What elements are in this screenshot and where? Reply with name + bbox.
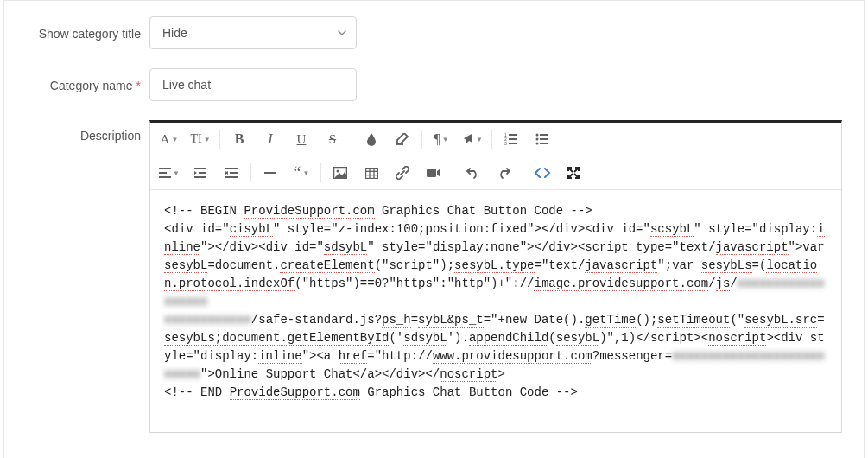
separator [250,163,251,182]
quote-button[interactable]: “▼ [286,158,317,188]
image-button[interactable] [325,158,356,188]
underline-button[interactable]: U [286,124,317,154]
category-name-input[interactable] [149,68,357,101]
label-show-category-title: Show category title [22,25,149,41]
separator [352,130,352,149]
svg-rect-17 [194,176,206,178]
bold-button[interactable]: B [224,124,255,154]
separator [453,163,453,182]
font-size-button[interactable]: TI▼ [185,124,216,154]
svg-rect-14 [159,176,171,178]
italic-button[interactable]: I [255,124,286,154]
svg-text:3: 3 [504,141,507,145]
fullscreen-button[interactable] [558,158,589,188]
clear-formatting-button[interactable] [387,124,418,154]
svg-rect-16 [199,172,206,174]
row-category-name: Category name* [22,68,846,101]
separator [491,130,492,149]
label-description: Description [22,120,149,143]
svg-rect-21 [264,172,276,174]
text-color-button[interactable] [356,124,387,154]
svg-point-8 [536,138,539,141]
strikethrough-button[interactable]: S [317,124,348,154]
rich-text-editor: A▼ TI▼ B I U S ¶▼ ▼ 123 ▼ [149,120,842,433]
svg-rect-9 [540,138,548,140]
svg-rect-7 [540,134,548,136]
separator [421,130,422,149]
video-button[interactable] [418,158,449,188]
svg-rect-13 [159,172,167,174]
editor-toolbar-row-1: A▼ TI▼ B I U S ¶▼ ▼ 123 [150,123,841,156]
redacted-text: xxxxxxxxxxxx [164,313,251,327]
svg-rect-29 [427,169,436,177]
editor-content-area[interactable]: <!-- BEGIN ProvideSupport.com Graphics C… [150,190,841,432]
indent-button[interactable] [216,158,247,188]
outdent-button[interactable] [185,158,216,188]
svg-rect-19 [230,172,238,174]
align-button[interactable]: ▼ [154,158,185,188]
separator [320,163,321,182]
separator [523,163,523,182]
table-button[interactable] [356,158,387,188]
editor-toolbar-row-2: ▼ “▼ [150,156,841,190]
svg-rect-5 [509,143,517,144]
svg-rect-12 [159,168,171,169]
svg-rect-15 [194,168,206,169]
select-value: Hide [162,26,187,40]
svg-rect-20 [225,176,238,178]
font-family-button[interactable]: A▼ [154,124,185,154]
ordered-list-button[interactable]: 123 [496,124,527,154]
svg-rect-3 [509,138,517,140]
svg-point-23 [337,170,339,173]
undo-button[interactable] [457,158,488,188]
svg-point-6 [536,134,539,137]
inline-style-button[interactable]: ▼ [457,124,488,154]
paragraph-format-button[interactable]: ¶▼ [426,124,457,154]
svg-rect-24 [365,168,377,178]
code-view-button[interactable] [527,158,558,188]
horizontal-rule-button[interactable] [255,158,286,188]
row-show-category-title: Show category title Hide [22,16,846,49]
svg-rect-18 [225,168,238,169]
svg-rect-11 [540,143,548,144]
settings-panel: Show category title Hide Category name* … [3,0,865,458]
svg-point-10 [536,143,539,145]
separator [219,130,220,149]
redo-button[interactable] [488,158,519,188]
required-asterisk: * [136,79,141,92]
unordered-list-button[interactable] [527,124,558,154]
link-button[interactable] [387,158,418,188]
row-description: Description A▼ TI▼ B I U S ¶▼ ▼ 123 [22,120,846,433]
label-category-name: Category name* [22,77,149,92]
select-show-category-title[interactable]: Hide [149,16,357,49]
svg-rect-1 [509,134,517,136]
